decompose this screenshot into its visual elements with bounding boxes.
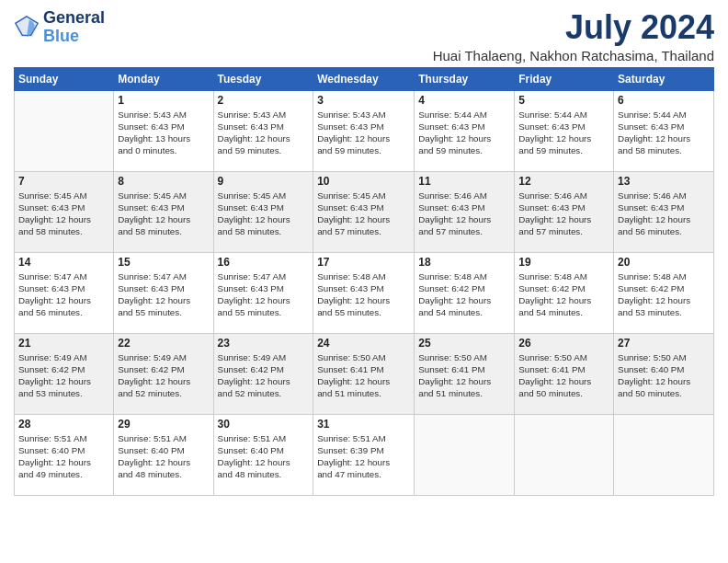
- calendar-cell: 23Sunrise: 5:49 AMSunset: 6:42 PMDayligh…: [213, 333, 313, 414]
- calendar-body: 1Sunrise: 5:43 AMSunset: 6:43 PMDaylight…: [15, 90, 714, 495]
- day-info: Sunrise: 5:49 AMSunset: 6:42 PMDaylight:…: [118, 351, 209, 400]
- calendar-cell: 4Sunrise: 5:44 AMSunset: 6:43 PMDaylight…: [415, 90, 515, 171]
- calendar-cell: 16Sunrise: 5:47 AMSunset: 6:43 PMDayligh…: [213, 252, 313, 333]
- day-number: 3: [317, 94, 410, 107]
- day-info: Sunrise: 5:46 AMSunset: 6:43 PMDaylight:…: [418, 190, 510, 238]
- day-info: Sunrise: 5:50 AMSunset: 6:41 PMDaylight:…: [418, 351, 510, 400]
- subtitle: Huai Thalaeng, Nakhon Ratchasima, Thaila…: [433, 48, 714, 63]
- day-info: Sunrise: 5:43 AMSunset: 6:43 PMDaylight:…: [317, 109, 410, 157]
- column-header-tuesday: Tuesday: [213, 67, 313, 90]
- day-number: 17: [317, 256, 410, 269]
- calendar-cell: 22Sunrise: 5:49 AMSunset: 6:42 PMDayligh…: [114, 333, 213, 414]
- day-number: 24: [317, 337, 410, 350]
- calendar-table: SundayMondayTuesdayWednesdayThursdayFrid…: [14, 67, 714, 496]
- calendar-cell: 19Sunrise: 5:48 AMSunset: 6:42 PMDayligh…: [515, 252, 614, 333]
- day-number: 27: [618, 337, 710, 350]
- day-number: 11: [418, 175, 510, 188]
- day-number: 7: [18, 175, 109, 188]
- day-number: 31: [317, 418, 410, 431]
- calendar-cell: 6Sunrise: 5:44 AMSunset: 6:43 PMDaylight…: [614, 90, 714, 171]
- day-number: 4: [418, 94, 510, 107]
- day-info: Sunrise: 5:50 AMSunset: 6:41 PMDaylight:…: [518, 351, 609, 400]
- calendar-week-3: 14Sunrise: 5:47 AMSunset: 6:43 PMDayligh…: [15, 252, 714, 333]
- calendar-cell: 31Sunrise: 5:51 AMSunset: 6:39 PMDayligh…: [313, 414, 415, 495]
- main-title: July 2024: [433, 9, 714, 46]
- day-number: 30: [218, 418, 310, 431]
- day-number: 2: [218, 94, 310, 107]
- day-info: Sunrise: 5:45 AMSunset: 6:43 PMDaylight:…: [317, 190, 410, 238]
- day-info: Sunrise: 5:47 AMSunset: 6:43 PMDaylight:…: [218, 270, 310, 319]
- calendar-week-2: 7Sunrise: 5:45 AMSunset: 6:43 PMDaylight…: [15, 171, 714, 252]
- day-number: 20: [618, 256, 710, 269]
- day-number: 25: [418, 337, 510, 350]
- calendar-cell: 14Sunrise: 5:47 AMSunset: 6:43 PMDayligh…: [15, 252, 114, 333]
- calendar-cell: 1Sunrise: 5:43 AMSunset: 6:43 PMDaylight…: [114, 90, 213, 171]
- day-number: 13: [618, 175, 710, 188]
- calendar-cell: 2Sunrise: 5:43 AMSunset: 6:43 PMDaylight…: [213, 90, 313, 171]
- day-info: Sunrise: 5:45 AMSunset: 6:43 PMDaylight:…: [118, 190, 209, 238]
- column-header-monday: Monday: [114, 67, 213, 90]
- calendar-cell: 17Sunrise: 5:48 AMSunset: 6:43 PMDayligh…: [313, 252, 415, 333]
- header: General Blue July 2024 Huai Thalaeng, Na…: [14, 9, 714, 63]
- day-number: 22: [118, 337, 209, 350]
- calendar-cell: [614, 414, 714, 495]
- calendar-week-1: 1Sunrise: 5:43 AMSunset: 6:43 PMDaylight…: [15, 90, 714, 171]
- day-info: Sunrise: 5:43 AMSunset: 6:43 PMDaylight:…: [118, 109, 209, 157]
- day-number: 19: [518, 256, 609, 269]
- day-number: 21: [18, 337, 109, 350]
- calendar-cell: 27Sunrise: 5:50 AMSunset: 6:40 PMDayligh…: [614, 333, 714, 414]
- day-info: Sunrise: 5:50 AMSunset: 6:41 PMDaylight:…: [317, 351, 410, 400]
- logo-icon: [14, 15, 40, 40]
- day-info: Sunrise: 5:50 AMSunset: 6:40 PMDaylight:…: [618, 351, 710, 400]
- day-info: Sunrise: 5:44 AMSunset: 6:43 PMDaylight:…: [618, 109, 710, 157]
- calendar-cell: 20Sunrise: 5:48 AMSunset: 6:42 PMDayligh…: [614, 252, 714, 333]
- calendar-cell: [515, 414, 614, 495]
- day-info: Sunrise: 5:44 AMSunset: 6:43 PMDaylight:…: [418, 109, 510, 157]
- calendar-cell: 25Sunrise: 5:50 AMSunset: 6:41 PMDayligh…: [415, 333, 515, 414]
- day-info: Sunrise: 5:43 AMSunset: 6:43 PMDaylight:…: [218, 109, 310, 157]
- day-info: Sunrise: 5:44 AMSunset: 6:43 PMDaylight:…: [518, 109, 609, 157]
- calendar-cell: 3Sunrise: 5:43 AMSunset: 6:43 PMDaylight…: [313, 90, 415, 171]
- day-info: Sunrise: 5:46 AMSunset: 6:43 PMDaylight:…: [618, 190, 710, 238]
- day-info: Sunrise: 5:45 AMSunset: 6:43 PMDaylight:…: [18, 190, 109, 238]
- day-number: 9: [218, 175, 310, 188]
- page: General Blue July 2024 Huai Thalaeng, Na…: [0, 0, 728, 563]
- day-info: Sunrise: 5:49 AMSunset: 6:42 PMDaylight:…: [218, 351, 310, 400]
- calendar-header: SundayMondayTuesdayWednesdayThursdayFrid…: [15, 67, 714, 90]
- day-number: 8: [118, 175, 209, 188]
- calendar-cell: 10Sunrise: 5:45 AMSunset: 6:43 PMDayligh…: [313, 171, 415, 252]
- day-info: Sunrise: 5:51 AMSunset: 6:39 PMDaylight:…: [317, 432, 410, 481]
- calendar-cell: [15, 90, 114, 171]
- calendar-cell: 29Sunrise: 5:51 AMSunset: 6:40 PMDayligh…: [114, 414, 213, 495]
- calendar-cell: 5Sunrise: 5:44 AMSunset: 6:43 PMDaylight…: [515, 90, 614, 171]
- calendar-cell: 26Sunrise: 5:50 AMSunset: 6:41 PMDayligh…: [515, 333, 614, 414]
- day-info: Sunrise: 5:51 AMSunset: 6:40 PMDaylight:…: [218, 432, 310, 481]
- day-number: 28: [18, 418, 109, 431]
- day-info: Sunrise: 5:47 AMSunset: 6:43 PMDaylight:…: [118, 270, 209, 319]
- calendar-cell: 18Sunrise: 5:48 AMSunset: 6:42 PMDayligh…: [415, 252, 515, 333]
- day-info: Sunrise: 5:48 AMSunset: 6:42 PMDaylight:…: [418, 270, 510, 319]
- day-number: 26: [518, 337, 609, 350]
- day-info: Sunrise: 5:49 AMSunset: 6:42 PMDaylight:…: [18, 351, 109, 400]
- day-number: 23: [218, 337, 310, 350]
- day-number: 16: [218, 256, 310, 269]
- logo-text: General Blue: [43, 9, 105, 46]
- column-header-wednesday: Wednesday: [313, 67, 415, 90]
- day-info: Sunrise: 5:51 AMSunset: 6:40 PMDaylight:…: [118, 432, 209, 481]
- calendar-cell: 21Sunrise: 5:49 AMSunset: 6:42 PMDayligh…: [15, 333, 114, 414]
- day-info: Sunrise: 5:48 AMSunset: 6:43 PMDaylight:…: [317, 270, 410, 319]
- calendar-cell: 28Sunrise: 5:51 AMSunset: 6:40 PMDayligh…: [15, 414, 114, 495]
- logo: General Blue: [14, 9, 105, 46]
- day-info: Sunrise: 5:47 AMSunset: 6:43 PMDaylight:…: [18, 270, 109, 319]
- day-number: 29: [118, 418, 209, 431]
- day-number: 6: [618, 94, 710, 107]
- calendar-cell: 30Sunrise: 5:51 AMSunset: 6:40 PMDayligh…: [213, 414, 313, 495]
- calendar-cell: 12Sunrise: 5:46 AMSunset: 6:43 PMDayligh…: [515, 171, 614, 252]
- calendar-week-5: 28Sunrise: 5:51 AMSunset: 6:40 PMDayligh…: [15, 414, 714, 495]
- column-header-friday: Friday: [515, 67, 614, 90]
- calendar-week-4: 21Sunrise: 5:49 AMSunset: 6:42 PMDayligh…: [15, 333, 714, 414]
- day-number: 14: [18, 256, 109, 269]
- day-number: 12: [518, 175, 609, 188]
- calendar-cell: 13Sunrise: 5:46 AMSunset: 6:43 PMDayligh…: [614, 171, 714, 252]
- title-section: July 2024 Huai Thalaeng, Nakhon Ratchasi…: [433, 9, 714, 63]
